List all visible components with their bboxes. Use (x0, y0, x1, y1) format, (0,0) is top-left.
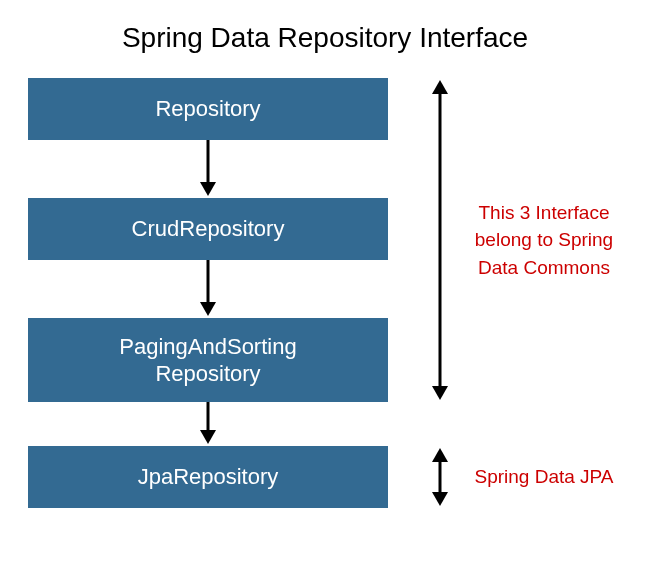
annotation-line: Data Commons (478, 257, 610, 278)
annotation-jpa: Spring Data JPA (469, 463, 619, 491)
label-line: PagingAndSorting (119, 334, 296, 359)
box-jpa-repository-label: JpaRepository (138, 463, 279, 491)
diagram-title: Spring Data Repository Interface (0, 0, 650, 54)
svg-marker-11 (432, 492, 448, 506)
box-repository: Repository (28, 78, 388, 140)
arrow-down-icon (198, 402, 218, 446)
arrow-connector (198, 402, 218, 446)
svg-marker-3 (200, 302, 216, 316)
label-line: Repository (155, 361, 260, 386)
svg-marker-7 (432, 80, 448, 94)
bracket-commons: This 3 Interface belong to Spring Data C… (429, 78, 619, 402)
diagram-content: Repository CrudRepository PagingAndSorti… (0, 78, 650, 508)
arrow-down-icon (198, 260, 218, 318)
annotation-column: This 3 Interface belong to Spring Data C… (422, 78, 626, 508)
box-crud-repository: CrudRepository (28, 198, 388, 260)
svg-marker-5 (200, 430, 216, 444)
arrow-connector (198, 260, 218, 318)
bracket-jpa: Spring Data JPA (429, 446, 619, 508)
box-jpa-repository: JpaRepository (28, 446, 388, 508)
hierarchy-column: Repository CrudRepository PagingAndSorti… (28, 78, 388, 508)
arrow-connector (198, 140, 218, 198)
box-crud-repository-label: CrudRepository (132, 215, 285, 243)
svg-marker-10 (432, 448, 448, 462)
box-paging-sorting-label: PagingAndSorting Repository (119, 333, 296, 388)
double-arrow-vertical-icon (429, 78, 451, 402)
annotation-commons: This 3 Interface belong to Spring Data C… (469, 199, 619, 282)
double-arrow-vertical-icon (429, 446, 451, 508)
annotation-line: belong to Spring (475, 229, 613, 250)
box-repository-label: Repository (155, 95, 260, 123)
annotation-line: This 3 Interface (479, 202, 610, 223)
svg-marker-1 (200, 182, 216, 196)
box-paging-sorting-repository: PagingAndSorting Repository (28, 318, 388, 402)
svg-marker-8 (432, 386, 448, 400)
arrow-down-icon (198, 140, 218, 198)
